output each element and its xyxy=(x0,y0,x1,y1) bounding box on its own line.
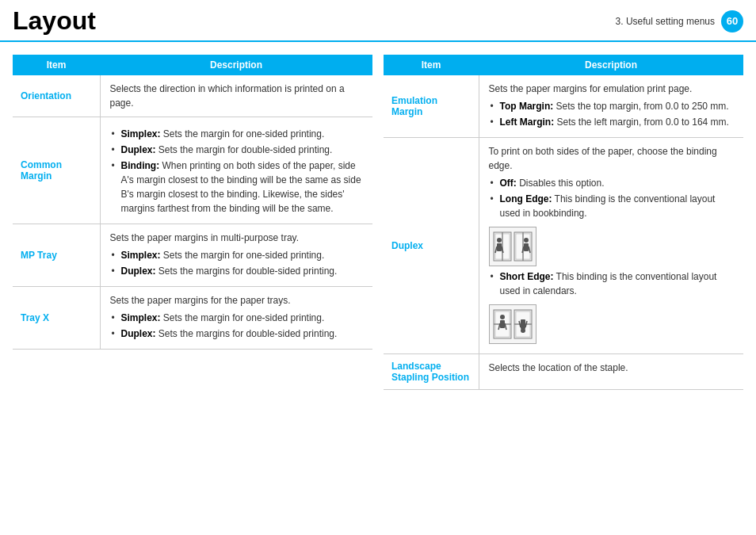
table-row: OrientationSelects the direction in whic… xyxy=(13,75,372,117)
item-cell: Emulation Margin xyxy=(384,75,479,138)
list-item: Duplex: Sets the margins for double-side… xyxy=(110,264,364,278)
list-item: Duplex: Sets the margins for double-side… xyxy=(110,327,364,341)
desc-text: Sets the paper margins for the paper tra… xyxy=(110,293,364,308)
desc-text: Selects the direction in which informati… xyxy=(110,82,364,110)
item-cell: Duplex xyxy=(384,138,479,354)
list-item: Left Margin: Sets the left margin, from … xyxy=(489,115,735,129)
list-item: Simplex: Sets the margin for one-sided p… xyxy=(110,127,364,141)
desc-text: Selects the location of the staple. xyxy=(489,361,735,375)
desc-cell: Sets the paper margins for emulation pri… xyxy=(479,75,743,138)
duplex-short-edge-images xyxy=(489,304,735,344)
right-col-item: Item xyxy=(384,55,479,75)
list-item: Binding: When printing on both sides of … xyxy=(110,159,364,216)
list-item: Duplex: Sets the margin for double-sided… xyxy=(110,143,364,157)
page-header: Layout 3. Useful setting menus 60 xyxy=(0,0,756,42)
duplex-img-long-1 xyxy=(489,227,536,266)
list-item: Off: Disables this option. xyxy=(489,176,735,190)
svg-point-20 xyxy=(500,315,505,319)
right-table: Item Description Emulation MarginSets th… xyxy=(384,55,743,390)
desc-cell: To print on both sides of the paper, cho… xyxy=(479,138,743,354)
svg-point-10 xyxy=(524,238,529,243)
list-item: Simplex: Sets the margin for one-sided p… xyxy=(110,248,364,262)
left-table: Item Description OrientationSelects the … xyxy=(13,55,372,350)
table-row: MP TraySets the paper margins in multi-p… xyxy=(13,224,372,287)
left-col-item: Item xyxy=(13,55,100,75)
list-item: Short Edge: This binding is the conventi… xyxy=(489,269,735,298)
desc-cell: Selects the location of the staple. xyxy=(479,354,743,390)
svg-rect-7 xyxy=(497,243,502,251)
page-badge: 60 xyxy=(721,10,743,32)
duplex-img-short-1 xyxy=(489,304,536,344)
table-row: Tray XSets the paper margins for the pap… xyxy=(13,287,372,350)
header-right: 3. Useful setting menus 60 xyxy=(616,10,743,32)
desc-text: Sets the paper margins in multi-purpose … xyxy=(110,231,364,245)
list-item: Long Edge: This binding is the conventio… xyxy=(489,192,735,220)
desc-cell: Selects the direction in which informati… xyxy=(100,75,372,117)
item-cell: Tray X xyxy=(13,287,100,350)
list-item: Simplex: Sets the margin for one-sided p… xyxy=(110,311,364,325)
desc-cell: Sets the paper margins for the paper tra… xyxy=(100,287,372,350)
item-cell: Orientation xyxy=(13,75,100,117)
svg-point-6 xyxy=(497,238,502,243)
desc-cell: Sets the paper margins in multi-purpose … xyxy=(100,224,372,287)
table-row: Landscape Stapling PositionSelects the l… xyxy=(384,354,743,390)
svg-rect-21 xyxy=(500,320,505,328)
page-title: Layout xyxy=(13,6,96,36)
duplex-long-edge-images xyxy=(489,227,735,266)
table-row: Common MarginSimplex: Sets the margin fo… xyxy=(13,117,372,224)
table-row: Emulation MarginSets the paper margins f… xyxy=(384,75,743,138)
left-table-wrap: Item Description OrientationSelects the … xyxy=(13,55,372,390)
right-col-desc: Description xyxy=(479,55,743,75)
content-area: Item Description OrientationSelects the … xyxy=(0,42,756,399)
svg-rect-11 xyxy=(524,243,529,251)
right-table-wrap: Item Description Emulation MarginSets th… xyxy=(384,55,743,390)
item-cell: MP Tray xyxy=(13,224,100,287)
svg-rect-25 xyxy=(521,319,525,329)
item-cell: Common Margin xyxy=(13,117,100,224)
list-item: Top Margin: Sets the top margin, from 0.… xyxy=(489,99,735,113)
table-row: DuplexTo print on both sides of the pape… xyxy=(384,138,743,354)
left-col-desc: Description xyxy=(100,55,372,75)
desc-cell: Simplex: Sets the margin for one-sided p… xyxy=(100,117,372,224)
chapter-label: 3. Useful setting menus xyxy=(616,16,715,27)
item-cell: Landscape Stapling Position xyxy=(384,354,479,390)
desc-text: Sets the paper margins for emulation pri… xyxy=(489,82,735,96)
desc-text: To print on both sides of the paper, cho… xyxy=(489,144,735,173)
